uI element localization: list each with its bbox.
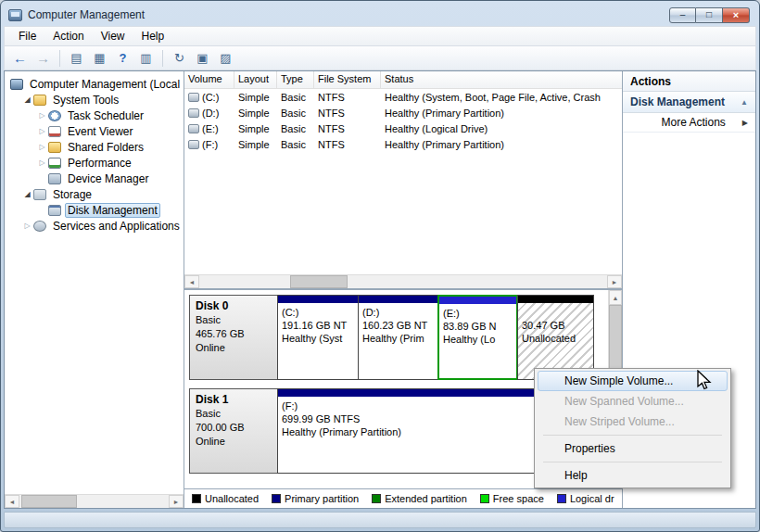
toolbar-separator: [59, 50, 60, 67]
maximize-button[interactable]: □: [696, 7, 723, 23]
menu-bar: File Action View Help: [4, 26, 756, 45]
menu-file[interactable]: File: [10, 28, 44, 44]
volume-row-c[interactable]: (C:) Simple Basic NTFS Healthy (System, …: [184, 89, 622, 105]
event-viewer-icon: [48, 126, 61, 137]
column-file-system[interactable]: File System: [314, 71, 381, 88]
volume-name: (F:): [202, 139, 218, 150]
partition-color-stripe: [518, 296, 593, 303]
actions-disk-management-label: Disk Management: [630, 95, 725, 108]
partition-e-selected[interactable]: (E:) 83.89 GB N Healthy (Lo: [437, 295, 518, 380]
disk-size: 700.00 GB: [196, 421, 272, 435]
disk-status: Online: [196, 435, 272, 449]
volume-name: (E:): [202, 123, 219, 134]
scroll-left-icon[interactable]: ◄: [5, 495, 19, 508]
volume-name: (D:): [202, 108, 219, 119]
menu-separator: [543, 435, 722, 436]
properties-icon[interactable]: ▨: [215, 48, 236, 68]
scrollbar-thumb[interactable]: [21, 495, 77, 508]
legend-label: Logical dr: [570, 493, 614, 504]
menu-view[interactable]: View: [93, 28, 133, 44]
tree-horizontal-scrollbar[interactable]: ◄ ►: [5, 494, 184, 508]
collapse-icon[interactable]: ▷: [36, 143, 48, 151]
volume-row-d[interactable]: (D:) Simple Basic NTFS Healthy (Primary …: [184, 105, 622, 120]
shared-folders-icon: [48, 142, 61, 153]
tree-item-task-scheduler[interactable]: ▷ Task Scheduler: [6, 108, 184, 123]
refresh-icon[interactable]: ↻: [169, 48, 190, 68]
more-actions[interactable]: More Actions ▶: [623, 113, 755, 133]
collapse-icon[interactable]: ▷: [36, 158, 48, 167]
menu-help[interactable]: Help: [133, 28, 173, 44]
forward-icon[interactable]: →: [32, 48, 54, 68]
scrollbar-track[interactable]: [19, 495, 169, 508]
partition-d[interactable]: (D:) 160.23 GB NT Healthy (Prim: [358, 295, 439, 380]
tree-item-computer-management[interactable]: Computer Management (Local: [6, 76, 184, 92]
menu-separator: [543, 462, 722, 462]
volume-row-e[interactable]: (E:) Simple Basic NTFS Healthy (Logical …: [184, 120, 622, 136]
titlebar[interactable]: Computer Management – □ ×: [4, 4, 756, 26]
collapse-icon[interactable]: ▷: [36, 127, 48, 135]
scrollbar-thumb[interactable]: [290, 275, 348, 288]
expand-icon[interactable]: ◢: [21, 95, 33, 104]
back-icon[interactable]: ←: [9, 48, 31, 68]
volume-list-header: Volume Layout Type File System Status: [184, 71, 622, 89]
app-icon: [8, 9, 22, 21]
scrollbar-track[interactable]: [199, 275, 607, 288]
tree-item-label: Event Viewer: [65, 124, 135, 139]
toolbar: ← → ▤ ▦ ? ▥ ↻ ▣ ▨: [4, 45, 756, 70]
tree-item-shared-folders[interactable]: ▷ Shared Folders: [6, 139, 184, 155]
collapse-icon[interactable]: ▷: [36, 111, 48, 120]
console-window-icon[interactable]: ▦: [89, 48, 110, 68]
volume-name: (C:): [202, 92, 219, 103]
tree-item-event-viewer[interactable]: ▷ Event Viewer: [6, 123, 184, 139]
partition-size: 30.47 GB: [522, 319, 589, 332]
column-type[interactable]: Type: [277, 71, 314, 88]
legend-label: Primary partition: [285, 493, 359, 504]
more-actions-label: More Actions: [661, 116, 725, 129]
disk-view-icon[interactable]: ▣: [192, 48, 213, 68]
minimize-button[interactable]: –: [669, 7, 696, 23]
help-icon[interactable]: ?: [112, 48, 133, 68]
scroll-right-icon[interactable]: ►: [169, 495, 184, 508]
scroll-left-icon[interactable]: ◄: [184, 275, 199, 288]
menu-item-properties[interactable]: Properties: [538, 438, 728, 459]
volume-list-horizontal-scrollbar[interactable]: ◄ ►: [184, 274, 622, 288]
export-list-icon[interactable]: ▤: [66, 48, 87, 68]
volume-file-system: NTFS: [314, 123, 381, 134]
tree-item-storage[interactable]: ◢ Storage: [6, 186, 184, 202]
volume-row-f[interactable]: (F:) Simple Basic NTFS Healthy (Primary …: [184, 136, 622, 152]
partition-status: Unallocated: [522, 332, 589, 345]
disk-type: Basic: [196, 407, 272, 421]
collapse-icon[interactable]: ▷: [21, 222, 33, 230]
disk-type: Basic: [196, 313, 272, 327]
column-status[interactable]: Status: [381, 71, 622, 88]
tree-item-services-and-applications[interactable]: ▷ Services and Applications: [6, 218, 184, 234]
disk-name: Disk 0: [196, 299, 272, 313]
partition-label: (C:): [282, 306, 354, 319]
disk-1-header[interactable]: Disk 1 Basic 700.00 GB Online: [189, 388, 278, 474]
tree-item-performance[interactable]: ▷ Performance: [6, 155, 184, 171]
scroll-up-icon[interactable]: ▲: [609, 290, 622, 305]
volume-file-system: NTFS: [314, 139, 381, 150]
column-volume[interactable]: Volume: [184, 71, 234, 88]
menu-item-help[interactable]: Help: [538, 465, 728, 486]
console-tree: Computer Management (Local ◢ System Tool…: [5, 71, 184, 234]
status-bar: [4, 512, 756, 528]
system-tools-icon: [33, 95, 46, 106]
partition-size: 160.23 GB NT: [362, 319, 435, 332]
tree-item-disk-management[interactable]: Disk Management: [6, 202, 184, 218]
expand-icon[interactable]: ◢: [21, 190, 33, 198]
scroll-right-icon[interactable]: ►: [607, 275, 622, 288]
column-layout[interactable]: Layout: [234, 71, 277, 88]
volume-status: Healthy (Primary Partition): [381, 139, 622, 150]
menu-action[interactable]: Action: [44, 28, 92, 44]
close-button[interactable]: ×: [723, 7, 750, 23]
tree-item-system-tools[interactable]: ◢ System Tools: [6, 92, 184, 108]
tree-item-device-manager[interactable]: Device Manager: [6, 171, 184, 186]
show-actions-pane-icon[interactable]: ▥: [135, 48, 157, 68]
volume-layout: Simple: [234, 139, 277, 150]
disk-0-header[interactable]: Disk 0 Basic 465.76 GB Online: [189, 295, 278, 380]
partition-c[interactable]: (C:) 191.16 GB NT Healthy (Syst: [277, 295, 359, 380]
chevron-up-icon[interactable]: ▲: [741, 98, 748, 107]
actions-disk-management[interactable]: Disk Management ▲: [623, 92, 755, 113]
partition-size: 191.16 GB NT: [282, 319, 354, 332]
